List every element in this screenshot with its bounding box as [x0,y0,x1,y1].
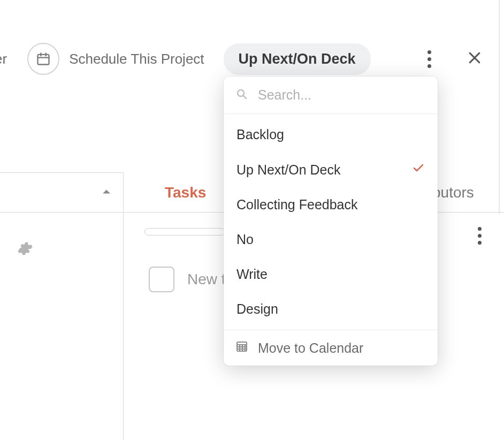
tab-tasks[interactable]: Tasks [165,184,206,201]
dropdown-item-backlog[interactable]: Backlog [224,117,438,152]
dropdown-item-label: No [236,232,254,247]
row-more-button[interactable] [475,224,485,248]
dropdown-item-label: Design [236,301,278,317]
new-task-row[interactable]: New t [149,267,226,292]
dropdown-list: Backlog Up Next/On Deck Collecting Feedb… [224,114,438,330]
divider [0,212,123,213]
dropdown-item-label: Write [236,267,268,282]
dropdown-item-design[interactable]: Design [224,292,438,327]
top-toolbar: er Schedule This Project Up Next/On Deck [0,37,504,80]
task-checkbox[interactable] [149,267,174,292]
schedule-project-label: Schedule This Project [69,51,204,67]
scrollbar[interactable] [499,0,500,214]
status-dropdown-trigger[interactable]: Up Next/On Deck [224,43,371,75]
divider [123,172,124,440]
new-task-placeholder: New t [187,271,226,288]
divider [0,172,123,173]
dropdown-item-label: Up Next/On Deck [236,162,341,178]
tab-contributors[interactable]: butors [432,184,474,201]
calendar-icon [27,43,59,75]
toolbar-right [424,47,504,71]
dropdown-item-no[interactable]: No [224,222,438,257]
dropdown-item-collecting-feedback[interactable]: Collecting Feedback [224,187,438,222]
collapse-toggle[interactable] [99,184,114,201]
svg-rect-0 [38,55,49,65]
more-menu-button[interactable] [424,47,434,71]
dropdown-item-write[interactable]: Write [224,257,438,292]
prev-item-partial: er [0,51,7,67]
dropdown-item-up-next[interactable]: Up Next/On Deck [224,152,438,187]
move-to-calendar-button[interactable]: Move to Calendar [224,330,438,366]
calendar-grid-icon [235,340,248,356]
close-button[interactable] [467,50,483,68]
dropdown-item-label: Backlog [236,127,284,142]
gear-icon[interactable] [17,241,33,259]
progress-bar [144,228,225,236]
search-input[interactable] [258,87,427,103]
schedule-project-button[interactable]: Schedule This Project [27,43,204,75]
check-icon [412,162,425,178]
status-dropdown: Backlog Up Next/On Deck Collecting Feedb… [224,77,438,366]
dropdown-search-row [224,77,438,114]
svg-line-7 [243,96,246,98]
search-icon [235,88,248,103]
dropdown-item-label: Collecting Feedback [236,197,358,213]
move-to-calendar-label: Move to Calendar [258,340,363,356]
